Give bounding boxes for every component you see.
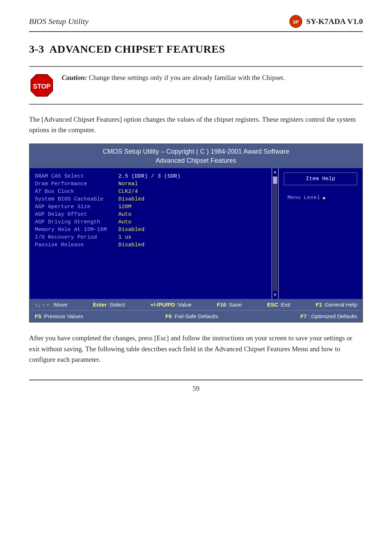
bios-row-label: System BIOS Cacheable: [35, 196, 115, 202]
caution-box: STOP Caution: Change these settings only…: [29, 66, 363, 105]
bios-row-value: Auto: [115, 211, 266, 218]
bios-row-value: 128M: [115, 204, 266, 210]
header-title: BIOS Setup Utility: [29, 17, 89, 26]
bios-row-label: Dram Performance: [35, 181, 115, 187]
bios-settings-list: DRAM CAS Select2.5 (DDR) / 3 (SDR)Dram P…: [30, 168, 272, 299]
page-number: 59: [193, 385, 200, 392]
bios-footer: ↑↓→←:Move Enter:Select +/-/PU/PD:Value F…: [30, 299, 362, 322]
bios-row-value: Disabled: [115, 242, 266, 248]
bios-scrollbar[interactable]: ▲ ▼: [272, 168, 279, 299]
after-text: After you have completed the changes, pr…: [29, 333, 363, 365]
svg-text:SP: SP: [293, 20, 299, 25]
bios-panel: CMOS Setup Utility – Copyright ( C ) 198…: [29, 143, 363, 323]
scroll-thumb: [273, 177, 277, 184]
bios-row[interactable]: AGP Delay OffsetAuto: [35, 211, 266, 218]
bios-row-label: Memory Hole At 15M-16M: [35, 227, 115, 233]
header-right: SP SY-K7ADA V1.0: [289, 15, 363, 28]
scroll-up-arrow[interactable]: ▲: [274, 169, 277, 175]
footer-prev: F5:Previous Values: [35, 313, 83, 319]
footer-value: +/-/PU/PD:Value: [150, 301, 191, 308]
bios-row-label: Passive Release: [35, 242, 115, 248]
bios-row-label: AT Bus Clock: [35, 189, 115, 195]
caution-body: Change these settings only if you are al…: [89, 74, 285, 81]
footer-help: F1:General Help: [316, 301, 357, 308]
intro-text: The [Advanced Chipset Features] option c…: [29, 114, 363, 135]
bios-row-label: DRAM CAS Select: [35, 173, 115, 179]
footer-exit: ESC:Exit: [267, 301, 290, 308]
bios-footer-row2: F5:Previous Values F6:Fail-Safe Defaults…: [30, 311, 362, 322]
product-name: SY-K7ADA V1.0: [306, 17, 363, 26]
bios-footer-row1: ↑↓→←:Move Enter:Select +/-/PU/PD:Value F…: [30, 299, 362, 311]
page-footer: 59: [29, 380, 363, 393]
bios-row-value: Disabled: [115, 227, 266, 233]
menu-level-arrow: ▶: [323, 195, 326, 201]
bios-row-value: Auto: [115, 219, 266, 225]
footer-select: Enter:Select: [93, 301, 125, 308]
section-title: 3-3 ADVANCED CHIPSET FEATURES: [29, 43, 363, 55]
soyo-icon: SP: [289, 15, 303, 28]
bios-row-value: Normal: [115, 181, 266, 187]
bios-row[interactable]: Memory Hole At 15M-16MDisabled: [35, 226, 266, 234]
bios-row-value: 1 us: [115, 234, 266, 240]
bios-row[interactable]: I/O Recovery Period1 us: [35, 234, 266, 241]
bios-row-value: Disabled: [115, 196, 266, 202]
caution-text: Caution: Change these settings only if y…: [62, 73, 285, 83]
bios-row-label: I/O Recovery Period: [35, 234, 115, 240]
scroll-down-arrow[interactable]: ▼: [274, 292, 277, 298]
stop-sign-icon: STOP: [29, 73, 54, 98]
item-help-box: Item Help: [284, 173, 357, 185]
caution-label: Caution:: [62, 74, 87, 81]
bios-row-label: AGP Driving Strength: [35, 219, 115, 225]
menu-level-label: Menu Level: [287, 195, 320, 201]
bios-row[interactable]: DRAM CAS Select2.5 (DDR) / 3 (SDR): [35, 173, 266, 180]
bios-row[interactable]: Passive ReleaseDisabled: [35, 241, 266, 249]
bios-row[interactable]: System BIOS CacheableDisabled: [35, 195, 266, 203]
footer-optimized: F7: Optimized Defaults: [300, 313, 357, 319]
menu-level-box: Menu Level ▶: [284, 192, 357, 204]
bios-row-label: AGP Aperture Size: [35, 204, 115, 210]
footer-save: F10:Save: [217, 301, 242, 308]
bios-help-panel: Item Help Menu Level ▶: [279, 168, 362, 299]
bios-row-value: CLK2/4: [115, 189, 266, 195]
svg-text:STOP: STOP: [33, 83, 51, 90]
bios-row-label: AGP Delay Offset: [35, 211, 115, 218]
item-help-label: Item Help: [306, 176, 335, 182]
scroll-track: [273, 177, 277, 291]
bios-row[interactable]: Dram PerformanceNormal: [35, 180, 266, 188]
page-header: BIOS Setup Utility SP SY-K7ADA V1.0: [29, 15, 363, 32]
bios-panel-title: CMOS Setup Utility – Copyright ( C ) 198…: [30, 144, 362, 168]
bios-row[interactable]: AGP Driving StrengthAuto: [35, 218, 266, 226]
bios-row[interactable]: AGP Aperture Size128M: [35, 203, 266, 211]
footer-move: ↑↓→←:Move: [35, 301, 68, 308]
footer-failsafe: F6:Fail-Safe Defaults: [166, 313, 218, 319]
bios-row[interactable]: AT Bus ClockCLK2/4: [35, 188, 266, 195]
bios-row-value: 2.5 (DDR) / 3 (SDR): [115, 173, 266, 179]
bios-body: DRAM CAS Select2.5 (DDR) / 3 (SDR)Dram P…: [30, 168, 362, 299]
